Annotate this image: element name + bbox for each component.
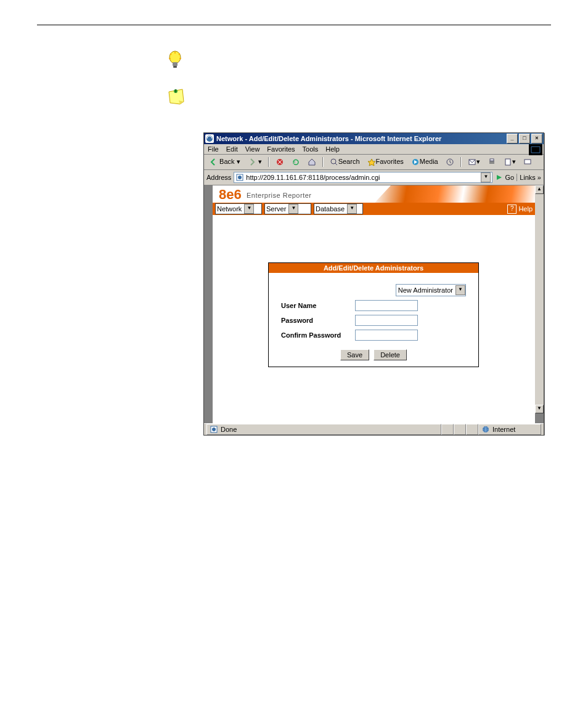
status-cell bbox=[466, 424, 478, 435]
media-button[interactable]: Media bbox=[409, 157, 441, 167]
confirm-password-input[interactable] bbox=[355, 330, 418, 341]
menu-favorites[interactable]: Favorites bbox=[267, 145, 295, 153]
menu-view[interactable]: View bbox=[245, 145, 260, 153]
back-button[interactable]: Back ▾ bbox=[206, 157, 243, 167]
logo-banner: 8e6 Enterprise Reporter bbox=[213, 185, 535, 203]
print-button[interactable] bbox=[485, 157, 499, 167]
menu-tools[interactable]: Tools bbox=[303, 145, 319, 153]
svg-point-19 bbox=[212, 428, 216, 431]
history-button[interactable] bbox=[443, 157, 457, 167]
password-label: Password bbox=[281, 317, 355, 324]
form-header: Add/Edit/Delete Administrators bbox=[269, 263, 478, 273]
network-dropdown[interactable]: Network▼ bbox=[215, 203, 262, 214]
banner-decoration bbox=[375, 185, 535, 203]
app-body: 8e6 Enterprise Reporter Network▼ Server▼… bbox=[213, 185, 535, 423]
menu-edit[interactable]: Edit bbox=[226, 145, 238, 153]
svg-rect-1 bbox=[173, 62, 178, 66]
svg-rect-14 bbox=[505, 159, 510, 165]
menu-help[interactable]: Help bbox=[325, 145, 340, 153]
server-dropdown[interactable]: Server▼ bbox=[264, 203, 311, 214]
svg-rect-6 bbox=[529, 144, 542, 155]
edit-button[interactable]: ▾ bbox=[501, 157, 518, 167]
minimize-button[interactable]: _ bbox=[507, 134, 518, 144]
zone-internet-icon bbox=[481, 425, 490, 434]
discuss-button[interactable] bbox=[521, 157, 534, 167]
window-title: Network - Add/Edit/Delete Administrators… bbox=[216, 135, 507, 142]
search-button[interactable]: Search bbox=[327, 157, 362, 167]
toolbar: Back ▾ ▾ Search Favorites Media ▾ ▾ bbox=[204, 155, 544, 170]
help-icon: ? bbox=[507, 205, 517, 214]
zone-text: Internet bbox=[492, 426, 515, 433]
password-input[interactable] bbox=[355, 315, 418, 326]
horizontal-rule bbox=[37, 25, 551, 25]
logo-icon: 8e6 bbox=[219, 187, 242, 203]
scroll-up-icon[interactable]: ▲ bbox=[535, 185, 544, 194]
home-button[interactable] bbox=[305, 157, 319, 167]
content-area: 8e6 Enterprise Reporter Network▼ Server▼… bbox=[204, 185, 544, 423]
delete-button[interactable]: Delete bbox=[374, 349, 407, 360]
menu-file[interactable]: File bbox=[208, 145, 219, 153]
address-label: Address bbox=[206, 174, 231, 181]
close-button[interactable]: × bbox=[531, 134, 542, 144]
confirm-password-label: Confirm Password bbox=[281, 331, 355, 339]
status-cell bbox=[454, 424, 466, 435]
forward-button[interactable]: ▾ bbox=[245, 157, 264, 167]
refresh-button[interactable] bbox=[289, 157, 303, 167]
database-dropdown[interactable]: Database▼ bbox=[314, 203, 363, 214]
svg-rect-12 bbox=[489, 161, 494, 164]
lightbulb-icon bbox=[166, 50, 186, 70]
logo-subtitle: Enterprise Reporter bbox=[247, 192, 312, 199]
menubar: File Edit View Favorites Tools Help bbox=[204, 144, 544, 155]
status-text: Done bbox=[221, 426, 237, 433]
admin-selector-dropdown[interactable]: New Administrator▼ bbox=[396, 284, 466, 296]
ie-throbber-icon bbox=[529, 144, 542, 155]
maximize-button[interactable]: □ bbox=[519, 134, 530, 144]
admin-form-panel: Add/Edit/Delete Administrators New Admin… bbox=[268, 262, 479, 367]
note-block bbox=[166, 88, 551, 108]
svg-rect-4 bbox=[175, 89, 176, 92]
svg-rect-15 bbox=[525, 160, 531, 164]
svg-rect-13 bbox=[490, 159, 494, 161]
scroll-down-icon[interactable]: ▼ bbox=[535, 405, 544, 413]
username-input[interactable] bbox=[355, 300, 418, 311]
username-label: User Name bbox=[281, 302, 355, 309]
favorites-button[interactable]: Favorites bbox=[365, 157, 406, 167]
address-bar: Address http://209.11.161.67:8118/proces… bbox=[204, 170, 544, 185]
titlebar: Network - Add/Edit/Delete Administrators… bbox=[204, 133, 544, 144]
browser-window: Network - Add/Edit/Delete Administrators… bbox=[203, 132, 544, 436]
statusbar: Done Internet bbox=[204, 423, 544, 435]
address-input[interactable]: http://209.11.161.67:8118/process/admin.… bbox=[234, 172, 492, 183]
svg-rect-2 bbox=[173, 66, 177, 68]
vertical-scrollbar[interactable]: ▲ ▼ bbox=[535, 185, 544, 413]
tip-block bbox=[166, 50, 551, 70]
links-button[interactable]: Links » bbox=[517, 174, 541, 181]
nav-strip: Network▼ Server▼ Database▼ ? Help bbox=[213, 203, 535, 215]
svg-point-17 bbox=[238, 176, 242, 179]
help-link[interactable]: ? Help bbox=[507, 205, 533, 214]
mail-button[interactable]: ▾ bbox=[465, 157, 483, 167]
save-button[interactable]: Save bbox=[340, 349, 369, 360]
status-cell bbox=[441, 424, 454, 435]
ie-icon bbox=[205, 134, 214, 143]
done-icon bbox=[210, 425, 218, 434]
sticky-note-icon bbox=[166, 88, 186, 108]
go-button[interactable]: Go bbox=[495, 173, 514, 182]
stop-button[interactable] bbox=[273, 157, 287, 167]
address-dropdown-icon[interactable]: ▼ bbox=[481, 172, 491, 182]
svg-point-8 bbox=[331, 159, 336, 164]
